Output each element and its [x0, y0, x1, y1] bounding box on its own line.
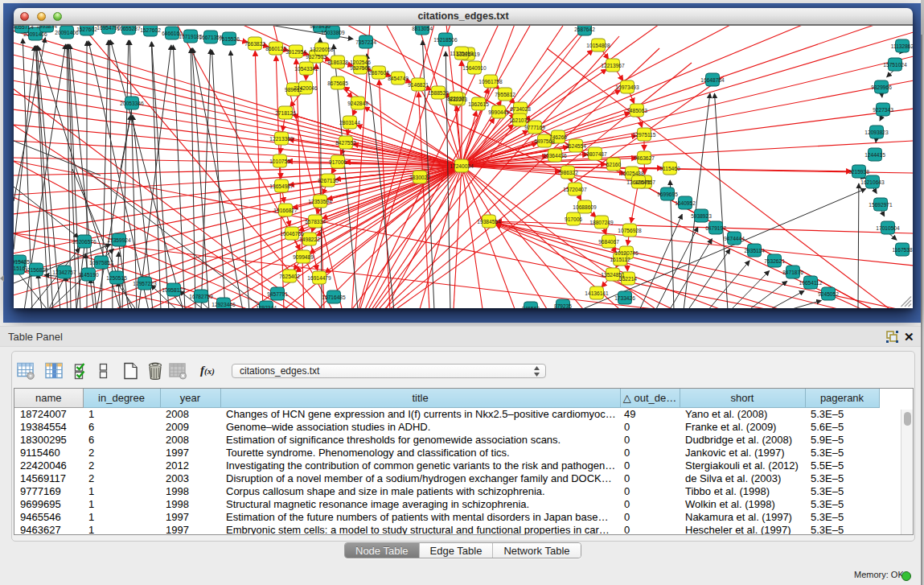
svg-text:12342757: 12342757 — [52, 270, 76, 275]
svg-text:917006: 917006 — [329, 159, 347, 165]
svg-text:20364436: 20364436 — [543, 153, 567, 159]
svg-text:17010504: 17010504 — [876, 225, 900, 231]
svg-text:2935114: 2935114 — [744, 248, 765, 253]
svg-text:2687642: 2687642 — [574, 27, 595, 32]
svg-text:12213369: 12213369 — [269, 136, 294, 142]
svg-text:10154808: 10154808 — [586, 43, 610, 48]
svg-text:352214: 352214 — [619, 276, 637, 282]
svg-text:1830027: 1830027 — [409, 175, 430, 180]
svg-text:8454749: 8454749 — [388, 76, 409, 81]
svg-text:822037: 822037 — [447, 96, 465, 101]
svg-text:16210643: 16210643 — [860, 179, 885, 185]
svg-text:1993874: 1993874 — [36, 26, 57, 29]
svg-text:1527602: 1527602 — [140, 27, 161, 33]
svg-text:10025438: 10025438 — [620, 171, 644, 176]
svg-text:17957223: 17957223 — [133, 281, 157, 286]
svg-text:1498222: 1498222 — [299, 237, 320, 242]
svg-text:946562: 946562 — [522, 306, 540, 309]
svg-text:13226058: 13226058 — [310, 47, 334, 52]
svg-text:15692971: 15692971 — [869, 202, 893, 208]
svg-text:10046766: 10046766 — [280, 231, 304, 237]
svg-text:3915485: 3915485 — [14, 259, 30, 265]
svg-text:19166827: 19166827 — [273, 208, 298, 213]
svg-text:20206576: 20206576 — [72, 239, 97, 245]
svg-text:6479197: 6479197 — [705, 225, 726, 231]
svg-text:12975115: 12975115 — [633, 132, 656, 138]
svg-text:16648784: 16648784 — [700, 77, 725, 83]
svg-text:1733426: 1733426 — [614, 295, 635, 301]
svg-text:11132862: 11132862 — [891, 43, 913, 49]
svg-text:9474444: 9474444 — [724, 236, 745, 241]
svg-text:9115460: 9115460 — [659, 166, 680, 171]
svg-text:9329966: 9329966 — [871, 84, 892, 90]
svg-text:7955812: 7955812 — [495, 92, 515, 97]
svg-text:1527602: 1527602 — [76, 27, 97, 32]
svg-text:2867608: 2867608 — [368, 70, 389, 76]
svg-text:1250515: 1250515 — [106, 275, 127, 281]
svg-text:19384554: 19384554 — [477, 219, 501, 225]
svg-text:12156829: 12156829 — [24, 267, 48, 273]
svg-text:16033809: 16033809 — [321, 30, 345, 35]
svg-text:1588520: 1588520 — [428, 90, 449, 96]
svg-text:9245052: 9245052 — [818, 291, 839, 297]
svg-text:10654112: 10654112 — [799, 280, 823, 286]
svg-text:9699695: 9699695 — [657, 192, 678, 197]
svg-text:9227343: 9227343 — [873, 107, 893, 113]
svg-text:17359924: 17359924 — [107, 237, 131, 243]
svg-text:10655287: 10655287 — [117, 26, 141, 31]
svg-text:12353594: 12353594 — [308, 199, 332, 204]
svg-text:7485063: 7485063 — [626, 108, 647, 113]
svg-text:6497568: 6497568 — [534, 138, 555, 144]
svg-text:10961758: 10961758 — [478, 79, 503, 84]
svg-text:9777169: 9777169 — [524, 125, 545, 130]
svg-text:9990448: 9990448 — [488, 109, 509, 115]
svg-text:8660123: 8660123 — [265, 46, 286, 51]
svg-text:9327503: 9327503 — [306, 54, 326, 60]
svg-text:10807487: 10807487 — [583, 151, 607, 157]
svg-text:8186328: 8186328 — [327, 60, 348, 65]
svg-text:13654987: 13654987 — [269, 183, 294, 189]
svg-text:10688609: 10688609 — [573, 204, 597, 210]
svg-text:7986322: 7986322 — [557, 170, 578, 175]
svg-text:15640910: 15640910 — [462, 65, 487, 71]
svg-text:13649575: 13649575 — [626, 179, 651, 185]
svg-text:10543342: 10543342 — [294, 66, 318, 72]
svg-text:5938923: 5938923 — [691, 213, 712, 219]
svg-text:8471876: 8471876 — [782, 270, 803, 275]
svg-text:9146821: 9146821 — [408, 82, 429, 88]
svg-text:1362615: 1362615 — [468, 101, 489, 107]
svg-text:1010755: 1010755 — [269, 159, 290, 164]
svg-text:10975857: 10975857 — [89, 260, 113, 266]
svg-text:7357224: 7357224 — [355, 39, 376, 45]
svg-text:10973493: 10973493 — [615, 84, 639, 90]
svg-text:17240034: 17240034 — [450, 163, 474, 169]
svg-text:12093823: 12093823 — [864, 130, 889, 135]
svg-text:1292344: 1292344 — [256, 305, 277, 309]
svg-text:15751024: 15751024 — [883, 62, 907, 68]
svg-text:9463627: 9463627 — [634, 155, 655, 161]
svg-text:15716485: 15716485 — [322, 295, 346, 300]
svg-text:8427552: 8427552 — [335, 140, 356, 146]
svg-text:8813054: 8813054 — [412, 26, 433, 31]
svg-text:2718126: 2718126 — [275, 110, 296, 116]
svg-text:20091406: 20091406 — [23, 31, 47, 37]
svg-text:15720407: 15720407 — [563, 187, 587, 192]
svg-text:8267130: 8267130 — [318, 178, 339, 183]
svg-text:8675685: 8675685 — [327, 80, 348, 86]
svg-text:917006: 917006 — [565, 216, 582, 222]
svg-text:11325419: 11325419 — [450, 51, 474, 56]
svg-text:2803144: 2803144 — [339, 120, 360, 126]
svg-text:10120746: 10120746 — [614, 250, 639, 256]
svg-text:20053346: 20053346 — [120, 101, 144, 106]
svg-text:1621072: 1621072 — [509, 117, 530, 123]
svg-text:22420046: 22420046 — [294, 85, 318, 91]
svg-text:10756928: 10756928 — [618, 228, 642, 233]
svg-text:7625402: 7625402 — [279, 274, 300, 279]
svg-text:14136141: 14136141 — [585, 290, 609, 296]
svg-text:14055714: 14055714 — [14, 26, 34, 30]
svg-text:7663822: 7663822 — [244, 41, 265, 47]
svg-text:62160: 62160 — [606, 162, 622, 167]
svg-text:9242848: 9242848 — [347, 101, 368, 106]
svg-text:9684067: 9684067 — [598, 239, 619, 245]
svg-text:1145190: 1145190 — [78, 272, 99, 278]
